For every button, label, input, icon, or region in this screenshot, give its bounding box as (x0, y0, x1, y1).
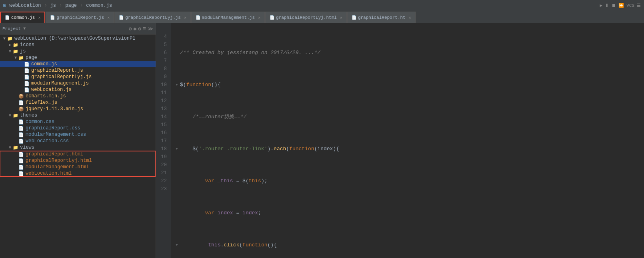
code-line-9: ▼ _this.click(function(){ (174, 241, 644, 249)
expand-icon[interactable]: ≫ (148, 26, 153, 32)
tab-file-icon: 📄 (119, 15, 124, 20)
tree-item-js[interactable]: ▼ 📁 js (0, 48, 156, 54)
tree-item-icons[interactable]: ▶ 📁 icons (0, 42, 156, 48)
tree-item-root[interactable]: ▼ 📁 webLocation (D:\workspace\GovSupervi… (0, 35, 156, 42)
css-file-icon: 📄 (18, 132, 24, 137)
item-label-themes: themes (20, 113, 37, 118)
tab-graphicalreportlyj-html[interactable]: 📄 graphicalReportLyj.html ✕ (265, 12, 347, 23)
tab-bar: 📄 common.js ✕ 📄 graphicalReport.js ✕ 📄 g… (0, 11, 644, 23)
folder-icon: 📁 (13, 145, 18, 150)
tree-item-graphicalreportlyj-html[interactable]: 📄 graphicalReportLyj.html (0, 157, 156, 164)
item-label-weblocation-js: webLocation.js (31, 87, 72, 93)
item-label-modularmanagement-js: modularManagement.js (31, 81, 89, 86)
folder-icon: 📁 (13, 42, 18, 48)
item-label-js: js (20, 48, 26, 54)
sidebar: Project ▼ ⚙ ✱ ⚙ ≡ ≫ ▼ 📁 webLocation (D:\… (0, 23, 156, 258)
tab-close-button[interactable]: ✕ (409, 15, 411, 20)
sync-icon[interactable]: ⚙ (129, 26, 132, 32)
html-file-icon: 📄 (18, 171, 24, 176)
arrow-icons: ▶ (7, 42, 13, 47)
settings-icon[interactable]: ⚙ (138, 26, 141, 32)
js-file-icon: 📄 (24, 87, 30, 93)
css-file-icon: 📄 (18, 126, 24, 131)
tab-graphicalreportlyj-js[interactable]: 📄 graphicalReportLyj.js ✕ (114, 12, 191, 23)
tree-item-jquery-js[interactable]: 📦 jquery-1.11.3.min.js (0, 106, 156, 112)
line-numbers: 4 5 6 7 8 9 10 11 12 13 14 15 16 17 18 1… (156, 23, 171, 258)
item-label-weblocation-css: webLocation.css (26, 138, 69, 144)
code-line-4: ▼ $(function(){ (174, 81, 644, 89)
tab-close-button[interactable]: ✕ (38, 15, 40, 20)
tree-item-modularmanagement-js[interactable]: 📄 modularManagement.js (0, 80, 156, 87)
item-label-page: page (26, 55, 37, 60)
tab-close-button[interactable]: ✕ (184, 15, 186, 20)
tab-label: graphicalReport.ht (358, 15, 406, 20)
stop-icon[interactable]: ⏹ (612, 3, 616, 8)
tab-close-button[interactable]: ✕ (258, 15, 260, 20)
js-file-icon: 📄 (24, 68, 30, 73)
tab-close-button[interactable]: ✕ (107, 15, 110, 20)
code-editor[interactable]: 4 5 6 7 8 9 10 11 12 13 14 15 16 17 18 1… (156, 23, 644, 258)
tree-item-common-css[interactable]: 📄 common.css (0, 119, 156, 125)
tree-item-graphicalreport-html[interactable]: 📄 graphicalReport.html (0, 151, 156, 157)
tree-item-graphicalreport-js[interactable]: 📄 graphicalReport.js (0, 67, 156, 74)
line-num-comment (158, 25, 168, 33)
code-line-8: var index = index; (174, 209, 644, 217)
item-label-modularmanagement-html: modularManagement.html (26, 164, 89, 170)
folder-icon: 📁 (7, 36, 13, 41)
tree-item-fileflex-js[interactable]: 📄 fileflex.js (0, 99, 156, 106)
step-icon[interactable]: ⏩ (618, 3, 624, 8)
star-icon[interactable]: ✱ (134, 26, 137, 32)
code-area: 4 5 6 7 8 9 10 11 12 13 14 15 16 17 18 1… (156, 23, 644, 258)
tab-label: graphicalReport.js (56, 15, 104, 20)
tree-item-modularmanagement-html[interactable]: 📄 modularManagement.html (0, 164, 156, 170)
vcs-icon[interactable]: VCS (626, 3, 634, 8)
item-label-icons: icons (20, 42, 34, 48)
tree-item-common-js[interactable]: 📄 common.js (0, 61, 156, 67)
folder-icon: 📁 (13, 113, 18, 118)
list-icon[interactable]: ≡ (143, 26, 146, 32)
tree-item-graphicalreport-css[interactable]: 📄 graphicalReport.css (0, 125, 156, 131)
item-label-graphicalreport-js: graphicalReport.js (31, 68, 83, 73)
tree-item-weblocation-css[interactable]: 📄 webLocation.css (0, 138, 156, 144)
tree-item-modularmanagement-css[interactable]: 📄 modularManagement.css (0, 131, 156, 138)
tab-file-icon: 📄 (5, 15, 10, 20)
item-label-graphicalreport-css: graphicalReport.css (26, 125, 80, 131)
debug-icon[interactable]: ⏸ (605, 3, 609, 8)
arrow-page: ▼ (13, 56, 18, 60)
tab-close-button[interactable]: ✕ (340, 15, 342, 20)
tree-item-views[interactable]: ▼ 📁 views (0, 144, 156, 151)
js-file-icon: 📄 (24, 75, 30, 80)
run-icon[interactable]: ▶ (600, 3, 603, 8)
tree-item-weblocation-html[interactable]: 📄 webLocation.html (0, 170, 156, 177)
code-line-comment: /** Created by jessietang on 2017/6/29. … (174, 49, 644, 57)
tree-item-page[interactable]: ▼ 📁 page (0, 54, 156, 61)
tab-common-js[interactable]: 📄 common.js ✕ (0, 12, 45, 23)
minified-js-icon: 📦 (18, 107, 24, 112)
tree-item-graphicalreportlyj-js[interactable]: 📄 graphicalReportLyj.js (0, 74, 156, 80)
code-content[interactable]: /** Created by jessietang on 2017/6/29. … (171, 23, 644, 258)
tree-item-themes[interactable]: ▼ 📁 themes (0, 112, 156, 119)
css-file-icon: 📄 (18, 139, 24, 144)
tree-item-echarts-js[interactable]: 📦 echarts.min.js (0, 93, 156, 99)
folder-icon: 📁 (13, 49, 18, 54)
project-label: Project (2, 26, 21, 31)
tab-label: graphicalReportLyj.js (125, 15, 181, 20)
item-label-echarts-js: echarts.min.js (26, 93, 66, 99)
title-bar: ⊞ webLocation › js › page › common.js ▶ … (0, 0, 644, 11)
html-file-icon: 📄 (18, 158, 24, 163)
css-file-icon: 📄 (18, 119, 24, 125)
html-file-icon: 📄 (18, 152, 24, 157)
tab-graphicalreport-js[interactable]: 📄 graphicalReport.js ✕ (46, 12, 114, 23)
app-icon: ⊞ (3, 2, 6, 8)
tab-modularmanagement-js[interactable]: 📄 modularManagement.js ✕ (191, 12, 265, 23)
tab-label: modularManagement.js (202, 15, 255, 20)
item-label-views: views (20, 145, 34, 150)
code-line-5: /*==router切换==*/ (174, 113, 644, 121)
menu-icon[interactable]: ☰ (637, 3, 641, 8)
tab-graphicalreport-html[interactable]: 📄 graphicalReport.ht ✕ (347, 12, 416, 23)
tab-label: common.js (11, 15, 35, 20)
tree-item-weblocation-js[interactable]: 📄 webLocation.js (0, 87, 156, 93)
js-file-icon: 📄 (24, 62, 30, 67)
file-tree: ▼ 📁 webLocation (D:\workspace\GovSupervi… (0, 34, 156, 258)
tab-file-icon: 📄 (196, 15, 200, 20)
